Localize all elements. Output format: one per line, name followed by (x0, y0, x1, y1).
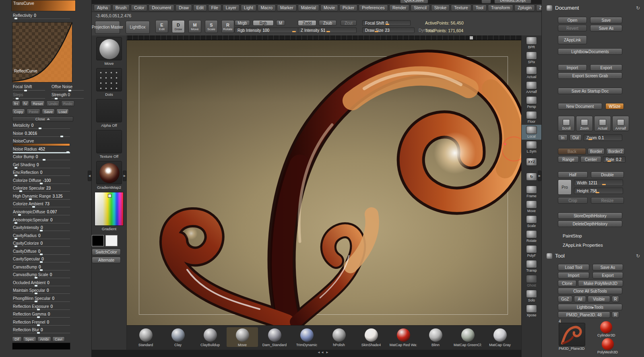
clone-all-subtools-button[interactable]: Clone All SubTools (558, 288, 622, 294)
material-slider[interactable]: AnisotropicSpecular 0 (13, 218, 89, 226)
tool-palette-header[interactable]: Tool ↻ (547, 253, 640, 259)
material-slider[interactable]: Maintain Specular 0 (13, 288, 89, 296)
range-button[interactable]: Range (558, 156, 579, 163)
right-shelf-button[interactable]: SPix (522, 50, 541, 65)
visible-button[interactable]: Visible (588, 296, 610, 302)
panel-collapse-handle[interactable]: ▶ (538, 171, 541, 181)
reflect-curve-editor[interactable]: ReflectCurve (12, 22, 72, 83)
pro-button[interactable]: Pro (558, 180, 572, 195)
mode-button[interactable]: E Edit (155, 20, 168, 33)
tool-export-button[interactable]: Export (592, 272, 623, 279)
menu-item[interactable]: Movie (320, 4, 338, 11)
material-slider[interactable]: CavityRadius 0 (13, 233, 89, 241)
lightbox-tools-button[interactable]: Lightbox▸Tools (558, 304, 622, 310)
document-palette-header[interactable]: Document ↻ (547, 5, 640, 11)
open-button[interactable]: Open (558, 17, 587, 23)
menu-item[interactable]: Texture (451, 4, 471, 11)
view-mode-button[interactable]: AAHalf (612, 116, 629, 131)
slider-handle[interactable] (14, 222, 17, 224)
material-slider[interactable]: Reflection Exposure 0 (13, 304, 89, 312)
right-shelf-button[interactable]: BPR (522, 35, 541, 50)
right-shelf-button[interactable]: Transp (522, 259, 541, 274)
right-shelf-button[interactable]: Ghost (522, 274, 541, 289)
zcut-button[interactable]: Zcut (341, 20, 357, 26)
right-shelf-button[interactable]: L.Sym (522, 140, 541, 155)
menu-item[interactable]: Material (298, 4, 319, 11)
channel-tab[interactable]: Spec (23, 336, 37, 342)
material-slider[interactable]: Occluded Ambient 0 (13, 281, 89, 289)
right-shelf-button[interactable]: Floor (522, 110, 541, 125)
save-startup-doc-button[interactable]: Save As Startup Doc (558, 88, 622, 94)
slider-handle[interactable] (14, 175, 17, 176)
goz-r-button[interactable]: R (612, 296, 619, 302)
slider-handle[interactable] (14, 246, 17, 247)
slider-handle[interactable] (40, 230, 43, 231)
alpha-thumbnail[interactable] (96, 99, 122, 122)
lightbox-documents-button[interactable]: Lightbox▸Documents (558, 48, 622, 55)
material-slider[interactable]: AnisotropicDiffuse 0.097 (13, 210, 89, 218)
material-slider[interactable]: CavityColorize 0 (13, 241, 89, 249)
half-button[interactable]: Half (558, 171, 588, 178)
material-slider[interactable]: Noise Radius 452 (13, 147, 89, 155)
active-tool-thumbnail[interactable] (96, 37, 122, 60)
reflectivity-slider[interactable]: Reflectivity 0 (13, 13, 73, 21)
tray-item[interactable]: MatCap GreenCl: (452, 327, 483, 347)
menu-item[interactable]: Tool (473, 4, 487, 11)
slider-handle[interactable] (16, 98, 19, 99)
timeline-marker[interactable] (470, 36, 473, 39)
slider-handle[interactable] (37, 324, 40, 326)
menu-item[interactable]: Draw (175, 4, 192, 11)
stroke-thumbnail[interactable] (96, 68, 122, 91)
zsub-button[interactable]: Zsub (319, 20, 336, 26)
center-button[interactable]: Center (580, 156, 601, 163)
tray-item[interactable]: Standard (130, 327, 161, 347)
material-slider[interactable]: Noise 0.3016 (13, 131, 89, 139)
material-slider[interactable]: Env.Reflection 0 (13, 170, 89, 178)
slider-handle[interactable] (43, 159, 45, 161)
material-slider[interactable]: Color Bump 0 (13, 155, 89, 163)
curve-button[interactable]: Redo (61, 101, 74, 106)
store-depth-history-button[interactable]: StoreDepthHistory (558, 213, 622, 219)
zapplink-properties-section[interactable]: ZAppLink Properties (563, 243, 603, 248)
mode-button[interactable]: M Move (188, 20, 201, 33)
slider-handle[interactable] (40, 261, 43, 263)
primary-color-swatch[interactable] (92, 235, 104, 246)
material-slider[interactable]: Colorize Ambient 73 (13, 202, 89, 210)
menu-item[interactable]: Marker (277, 4, 297, 11)
projection-master-button[interactable]: Projection Master (95, 21, 120, 34)
zapplink-button[interactable]: ZAppLink (558, 35, 587, 44)
channel-tab[interactable]: Ambi (37, 336, 51, 342)
tray-item[interactable]: TrimDynamic (291, 327, 322, 347)
menu-item[interactable]: Brush (112, 4, 130, 11)
revert-button[interactable]: Revert (558, 25, 587, 31)
zoom-out-button[interactable]: Out (570, 134, 582, 141)
right-shelf-button[interactable]: Xpose (522, 303, 541, 318)
clipped-button[interactable] (481, 0, 491, 4)
right-shelf-button[interactable]: Actual (522, 65, 541, 80)
menu-item[interactable]: Document (149, 4, 174, 11)
tray-item[interactable]: Dam_Standard (259, 327, 290, 347)
menu-item[interactable]: Stencil (411, 4, 430, 11)
right-shelf-button[interactable]: Persp (522, 95, 541, 110)
right-shelf-button[interactable]: Scale (522, 214, 541, 229)
mini-slider[interactable]: Offse Noise (52, 85, 86, 91)
resize-button[interactable]: Resize (591, 197, 624, 204)
slider-handle[interactable] (37, 309, 40, 310)
rgb-button[interactable]: Rgb (253, 20, 274, 26)
slider-handle[interactable] (14, 18, 17, 19)
z-intensity-slider[interactable]: Z Intensity51 (298, 27, 357, 33)
slider-handle[interactable] (35, 277, 37, 279)
panel-collapse-handle[interactable]: ◀ (88, 171, 91, 181)
right-shelf-button[interactable]: AAHalf (522, 80, 541, 95)
tray-item[interactable]: Blinn (420, 327, 451, 347)
m-button[interactable]: M (276, 20, 285, 26)
focal-shift-slider[interactable]: Focal Shift0 (362, 20, 411, 26)
height-slider[interactable]: Height758 (574, 188, 623, 194)
material-slider[interactable]: Reflection Blur 0 (13, 328, 89, 336)
channel-tab[interactable]: Dif (12, 336, 22, 342)
slider-handle[interactable] (24, 90, 27, 91)
draw-size-slider[interactable]: Draw Size23 (362, 27, 415, 33)
material-slider[interactable]: Colorize Diffuse -100 (13, 178, 89, 186)
mode-button[interactable]: S Scale (205, 20, 218, 33)
alternate-button[interactable]: Alternate (92, 257, 121, 263)
